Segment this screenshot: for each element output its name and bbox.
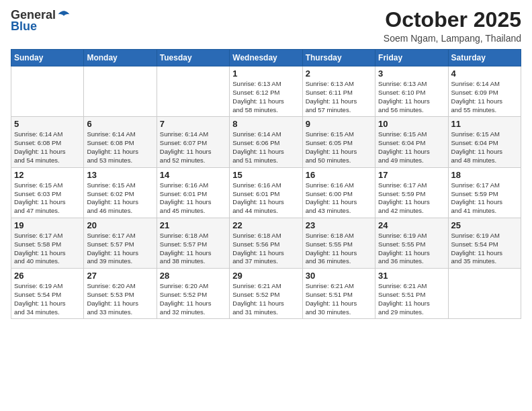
- weekday-header-monday: Monday: [84, 50, 157, 66]
- day-number: 12: [14, 170, 81, 180]
- day-info: Sunrise: 6:13 AM Sunset: 6:10 PM Dayligh…: [378, 80, 445, 114]
- weekday-header-saturday: Saturday: [448, 50, 521, 66]
- calendar-cell: 25Sunrise: 6:19 AM Sunset: 5:54 PM Dayli…: [448, 218, 521, 268]
- calendar-week-row: 5Sunrise: 6:14 AM Sunset: 6:08 PM Daylig…: [11, 117, 521, 167]
- day-info: Sunrise: 6:18 AM Sunset: 5:55 PM Dayligh…: [306, 232, 372, 266]
- day-info: Sunrise: 6:21 AM Sunset: 5:51 PM Dayligh…: [378, 282, 445, 316]
- weekday-header-thursday: Thursday: [302, 50, 375, 66]
- calendar-cell: 15Sunrise: 6:16 AM Sunset: 6:01 PM Dayli…: [230, 167, 302, 218]
- day-number: 20: [87, 220, 153, 230]
- day-info: Sunrise: 6:21 AM Sunset: 5:52 PM Dayligh…: [232, 282, 299, 316]
- day-info: Sunrise: 6:17 AM Sunset: 5:58 PM Dayligh…: [14, 232, 81, 266]
- calendar-cell: 6Sunrise: 6:14 AM Sunset: 6:08 PM Daylig…: [84, 117, 157, 167]
- calendar-cell: 4Sunrise: 6:14 AM Sunset: 6:09 PM Daylig…: [448, 66, 521, 117]
- day-info: Sunrise: 6:13 AM Sunset: 6:12 PM Dayligh…: [232, 80, 299, 114]
- day-info: Sunrise: 6:15 AM Sunset: 6:04 PM Dayligh…: [451, 130, 518, 165]
- day-info: Sunrise: 6:17 AM Sunset: 5:59 PM Dayligh…: [378, 181, 445, 216]
- calendar-cell: 23Sunrise: 6:18 AM Sunset: 5:55 PM Dayli…: [302, 218, 375, 268]
- day-number: 22: [232, 220, 299, 230]
- logo-blue-text: Blue: [11, 19, 37, 34]
- calendar-cell: 9Sunrise: 6:15 AM Sunset: 6:05 PM Daylig…: [302, 117, 375, 167]
- calendar-cell: 17Sunrise: 6:17 AM Sunset: 5:59 PM Dayli…: [375, 167, 448, 218]
- calendar-week-row: 1Sunrise: 6:13 AM Sunset: 6:12 PM Daylig…: [11, 66, 521, 117]
- weekday-header-tuesday: Tuesday: [157, 50, 229, 66]
- calendar-cell: 11Sunrise: 6:15 AM Sunset: 6:04 PM Dayli…: [448, 117, 521, 167]
- calendar-cell: 22Sunrise: 6:18 AM Sunset: 5:56 PM Dayli…: [230, 218, 302, 268]
- day-info: Sunrise: 6:19 AM Sunset: 5:55 PM Dayligh…: [378, 232, 445, 266]
- day-number: 5: [14, 119, 81, 129]
- day-info: Sunrise: 6:21 AM Sunset: 5:51 PM Dayligh…: [306, 282, 372, 316]
- day-number: 25: [451, 220, 518, 230]
- day-number: 1: [232, 68, 299, 79]
- day-info: Sunrise: 6:14 AM Sunset: 6:06 PM Dayligh…: [232, 130, 299, 165]
- day-number: 19: [14, 220, 81, 230]
- calendar-cell: 7Sunrise: 6:14 AM Sunset: 6:07 PM Daylig…: [157, 117, 229, 167]
- calendar-cell: 18Sunrise: 6:17 AM Sunset: 5:59 PM Dayli…: [448, 167, 521, 218]
- title-block: October 2025 Soem Ngam, Lampang, Thailan…: [384, 8, 521, 44]
- day-info: Sunrise: 6:17 AM Sunset: 5:57 PM Dayligh…: [87, 232, 153, 266]
- day-number: 16: [306, 170, 372, 180]
- day-info: Sunrise: 6:16 AM Sunset: 6:00 PM Dayligh…: [306, 181, 372, 216]
- day-info: Sunrise: 6:20 AM Sunset: 5:53 PM Dayligh…: [87, 282, 153, 316]
- day-info: Sunrise: 6:14 AM Sunset: 6:09 PM Dayligh…: [451, 80, 518, 114]
- weekday-header-friday: Friday: [375, 50, 448, 66]
- day-number: 11: [451, 119, 518, 129]
- calendar-week-row: 19Sunrise: 6:17 AM Sunset: 5:58 PM Dayli…: [11, 218, 521, 268]
- day-number: 18: [451, 170, 518, 180]
- day-number: 10: [378, 119, 445, 129]
- logo: General Blue: [11, 8, 71, 34]
- day-number: 9: [306, 119, 372, 129]
- day-info: Sunrise: 6:14 AM Sunset: 6:07 PM Dayligh…: [160, 130, 226, 165]
- calendar-cell: [11, 66, 84, 117]
- calendar-cell: 14Sunrise: 6:16 AM Sunset: 6:01 PM Dayli…: [157, 167, 229, 218]
- day-number: 26: [14, 271, 81, 281]
- day-number: 15: [232, 170, 299, 180]
- calendar-cell: 30Sunrise: 6:21 AM Sunset: 5:51 PM Dayli…: [302, 269, 375, 319]
- calendar-cell: 5Sunrise: 6:14 AM Sunset: 6:08 PM Daylig…: [11, 117, 84, 167]
- calendar-cell: 1Sunrise: 6:13 AM Sunset: 6:12 PM Daylig…: [230, 66, 302, 117]
- day-number: 29: [232, 271, 299, 281]
- day-info: Sunrise: 6:18 AM Sunset: 5:57 PM Dayligh…: [160, 232, 226, 266]
- day-number: 13: [87, 170, 153, 180]
- logo-bird-icon: [57, 9, 71, 22]
- day-number: 8: [232, 119, 299, 129]
- calendar-cell: 26Sunrise: 6:19 AM Sunset: 5:54 PM Dayli…: [11, 269, 84, 319]
- day-info: Sunrise: 6:16 AM Sunset: 6:01 PM Dayligh…: [232, 181, 299, 216]
- page-container: General Blue October 2025 Soem Ngam, Lam…: [0, 0, 532, 411]
- day-number: 28: [160, 271, 226, 281]
- calendar-cell: 3Sunrise: 6:13 AM Sunset: 6:10 PM Daylig…: [375, 66, 448, 117]
- calendar-cell: 10Sunrise: 6:15 AM Sunset: 6:04 PM Dayli…: [375, 117, 448, 167]
- calendar-title: October 2025: [384, 8, 521, 32]
- calendar-cell: 31Sunrise: 6:21 AM Sunset: 5:51 PM Dayli…: [375, 269, 448, 319]
- day-number: 31: [378, 271, 445, 281]
- calendar-week-row: 26Sunrise: 6:19 AM Sunset: 5:54 PM Dayli…: [11, 269, 521, 319]
- calendar-cell: 13Sunrise: 6:15 AM Sunset: 6:02 PM Dayli…: [84, 167, 157, 218]
- day-number: 4: [451, 68, 518, 79]
- calendar-cell: 12Sunrise: 6:15 AM Sunset: 6:03 PM Dayli…: [11, 167, 84, 218]
- day-info: Sunrise: 6:14 AM Sunset: 6:08 PM Dayligh…: [87, 130, 153, 165]
- calendar-cell: 16Sunrise: 6:16 AM Sunset: 6:00 PM Dayli…: [302, 167, 375, 218]
- calendar-cell: 19Sunrise: 6:17 AM Sunset: 5:58 PM Dayli…: [11, 218, 84, 268]
- day-info: Sunrise: 6:16 AM Sunset: 6:01 PM Dayligh…: [160, 181, 226, 216]
- calendar-subtitle: Soem Ngam, Lampang, Thailand: [384, 33, 521, 44]
- day-info: Sunrise: 6:15 AM Sunset: 6:03 PM Dayligh…: [14, 181, 81, 216]
- calendar-cell: 8Sunrise: 6:14 AM Sunset: 6:06 PM Daylig…: [230, 117, 302, 167]
- calendar-cell: 27Sunrise: 6:20 AM Sunset: 5:53 PM Dayli…: [84, 269, 157, 319]
- day-number: 2: [306, 68, 372, 79]
- day-info: Sunrise: 6:13 AM Sunset: 6:11 PM Dayligh…: [306, 80, 372, 114]
- weekday-header-row: SundayMondayTuesdayWednesdayThursdayFrid…: [11, 50, 521, 66]
- day-number: 27: [87, 271, 153, 281]
- calendar-cell: 21Sunrise: 6:18 AM Sunset: 5:57 PM Dayli…: [157, 218, 229, 268]
- day-info: Sunrise: 6:15 AM Sunset: 6:05 PM Dayligh…: [306, 130, 372, 165]
- day-number: 21: [160, 220, 226, 230]
- calendar-cell: 24Sunrise: 6:19 AM Sunset: 5:55 PM Dayli…: [375, 218, 448, 268]
- day-info: Sunrise: 6:14 AM Sunset: 6:08 PM Dayligh…: [14, 130, 81, 165]
- day-number: 24: [378, 220, 445, 230]
- calendar-cell: 28Sunrise: 6:20 AM Sunset: 5:52 PM Dayli…: [157, 269, 229, 319]
- day-info: Sunrise: 6:20 AM Sunset: 5:52 PM Dayligh…: [160, 282, 226, 316]
- calendar-cell: 2Sunrise: 6:13 AM Sunset: 6:11 PM Daylig…: [302, 66, 375, 117]
- calendar-cell: 29Sunrise: 6:21 AM Sunset: 5:52 PM Dayli…: [230, 269, 302, 319]
- calendar-table: SundayMondayTuesdayWednesdayThursdayFrid…: [11, 49, 521, 319]
- calendar-cell: [84, 66, 157, 117]
- day-number: 7: [160, 119, 226, 129]
